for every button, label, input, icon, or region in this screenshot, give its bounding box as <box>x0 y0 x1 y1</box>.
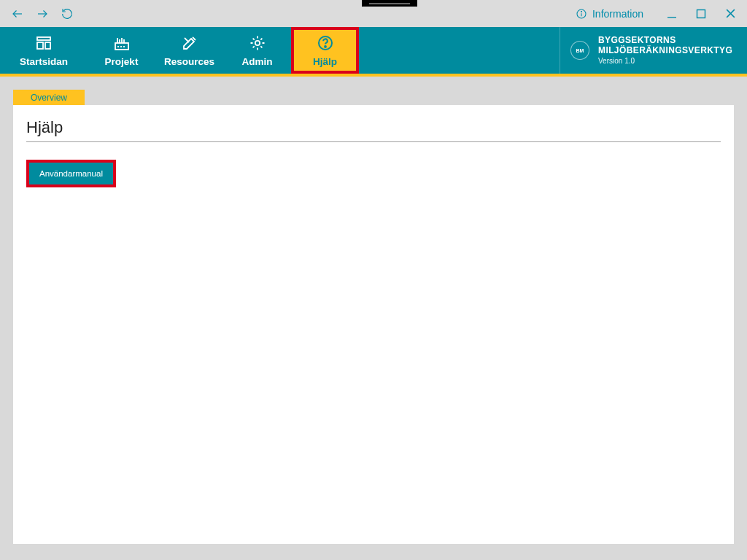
svg-point-23 <box>325 46 326 47</box>
factory-icon <box>113 34 131 52</box>
nav-label: Hjälp <box>313 56 337 67</box>
svg-rect-11 <box>45 42 50 49</box>
nav-label: Resources <box>164 56 214 67</box>
refresh-button[interactable] <box>60 7 74 21</box>
nav-item-projekt[interactable]: Projekt <box>88 27 155 74</box>
nav-label: Admin <box>242 56 273 67</box>
svg-line-20 <box>185 38 189 42</box>
svg-rect-12 <box>115 43 128 50</box>
minimize-button[interactable] <box>659 3 684 25</box>
gear-icon <box>249 34 266 52</box>
nav-item-hjalp[interactable]: Hjälp <box>291 27 359 74</box>
arrow-right-icon <box>36 7 49 20</box>
maximize-button[interactable] <box>689 3 713 25</box>
svg-point-4 <box>581 11 581 12</box>
titlebar-nav-group <box>0 7 74 21</box>
nav-label: Startsidan <box>20 56 68 67</box>
svg-rect-10 <box>37 42 43 49</box>
titlebar: Information <box>0 0 747 27</box>
information-button[interactable]: Information <box>576 8 655 20</box>
back-button[interactable] <box>10 7 25 21</box>
nav-items: Startsidan Projekt Resources Admin Hjälp <box>0 27 359 74</box>
close-icon <box>725 8 736 19</box>
information-label: Information <box>592 8 643 20</box>
nav-item-resources[interactable]: Resources <box>155 27 223 74</box>
tools-icon <box>181 34 198 52</box>
nav-item-admin[interactable]: Admin <box>223 27 291 74</box>
tab-overview[interactable]: Overview <box>13 90 85 105</box>
brand-text: BYGGSEKTORNS MILJÖBERÄKNINGSVERKTYG Vers… <box>598 36 732 65</box>
titlebar-right-group: Information <box>576 3 747 25</box>
nav-item-startsidan[interactable]: Startsidan <box>0 27 88 74</box>
app-window: Information Startsidan Projekt <box>0 0 747 560</box>
brand-badge: BM <box>570 41 589 60</box>
maximize-icon <box>696 9 706 19</box>
brand-version: Version 1.0 <box>598 57 732 66</box>
user-manual-button[interactable]: Användarmanual <box>26 160 116 187</box>
dashboard-icon <box>35 34 53 52</box>
page-title: Hjälp <box>26 118 721 142</box>
svg-rect-9 <box>37 37 50 40</box>
brand-line2: MILJÖBERÄKNINGSVERKTYG <box>598 46 732 56</box>
close-button[interactable] <box>718 3 743 25</box>
svg-point-21 <box>255 40 259 44</box>
refresh-icon <box>61 7 74 20</box>
titlebar-grip-line <box>369 3 410 4</box>
brand-area: BM BYGGSEKTORNS MILJÖBERÄKNINGSVERKTYG V… <box>560 27 747 74</box>
arrow-left-icon <box>11 7 24 20</box>
content-area: Overview Hjälp Användarmanual <box>0 77 747 560</box>
ribbon-spacer <box>359 27 560 74</box>
content-panel: Hjälp Användarmanual <box>13 105 734 544</box>
minimize-icon <box>667 9 677 19</box>
brand-line1: BYGGSEKTORNS <box>598 36 732 46</box>
help-icon <box>317 34 334 52</box>
nav-label: Projekt <box>105 56 139 67</box>
tab-row: Overview <box>13 90 734 105</box>
svg-rect-6 <box>697 9 705 18</box>
main-nav: Startsidan Projekt Resources Admin Hjälp… <box>0 27 747 77</box>
forward-button[interactable] <box>35 7 50 21</box>
info-icon <box>576 8 587 20</box>
